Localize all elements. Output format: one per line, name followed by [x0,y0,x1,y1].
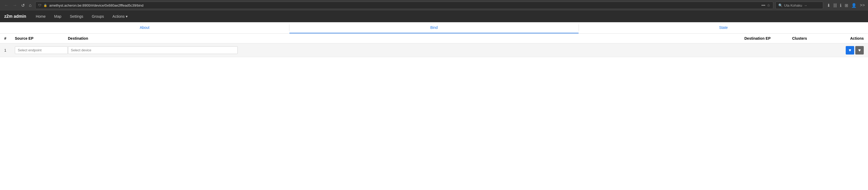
col-source-ep: Source EP [15,36,68,40]
forward-button[interactable]: → [11,2,19,9]
tab-bind[interactable]: Bind [289,22,579,33]
library-icon[interactable]: ||| [833,2,837,8]
link-button[interactable]: ♥ [846,46,854,54]
reload-button[interactable]: ↺ [20,2,26,9]
unlink-button[interactable]: ♥ [855,46,864,54]
unlink-icon: ♥ [858,48,861,53]
browser-chrome: ← → ↺ ⌂ 🛡 🔒 amethyst.acheron.be:8900/#/d… [0,0,868,10]
col-destination-ep: Destination EP [744,36,792,40]
source-ep-input[interactable] [15,46,68,54]
table-row: 1 ♥ ♥ [0,43,868,57]
nav-home[interactable]: Home [34,13,47,20]
dropdown-chevron-icon: ▾ [126,14,128,18]
source-ep-cell [15,46,68,54]
col-actions: Actions [832,36,864,40]
tab-bar: About Bind State [0,22,868,34]
more-tools-icon[interactable]: >> [859,2,865,8]
tab-about[interactable]: About [0,22,289,33]
profile-icon[interactable]: 👤 [851,2,857,8]
app-title: z2m admin [4,14,26,19]
nav-map[interactable]: Map [53,13,63,20]
info-icon[interactable]: ℹ [839,2,842,8]
link-icon: ♥ [849,48,851,53]
browser-toolbar-right: ⬇ ||| ℹ ⊞ 👤 >> [826,2,865,8]
tab-state[interactable]: State [579,22,868,33]
shield-icon: 🛡 [38,3,41,7]
home-button[interactable]: ⌂ [27,2,33,9]
destination-cell [68,46,744,54]
address-bar-actions: ••• ☆ [762,3,770,7]
destination-input[interactable] [68,46,238,54]
table-header: # Source EP Destination Destination EP C… [0,34,868,43]
lock-icon: 🔒 [43,4,47,7]
url-text: amethyst.acheron.be:8900/#/device/0x680a… [49,3,759,7]
table-container: # Source EP Destination Destination EP C… [0,34,868,57]
col-destination: Destination [68,36,744,40]
nav-actions-dropdown[interactable]: Actions ▾ [111,13,129,20]
browser-nav-buttons: ← → ↺ ⌂ [3,2,33,9]
search-text: Uta Kohaku [784,3,802,7]
back-button[interactable]: ← [3,2,10,9]
col-clusters: Clusters [792,36,832,40]
actions-cell: ♥ ♥ [832,46,864,54]
row-number: 1 [4,48,15,52]
extensions-icon[interactable]: ⊞ [844,2,849,8]
search-icon: 🔍 [778,3,782,7]
nav-actions-label: Actions [113,14,125,18]
app-nav: z2m admin Home Map Settings Groups Actio… [0,10,868,22]
search-bar[interactable]: 🔍 Uta Kohaku → [775,2,823,9]
search-forward-icon: → [804,3,807,7]
more-icon[interactable]: ••• [762,3,765,7]
nav-groups[interactable]: Groups [90,13,105,20]
download-icon[interactable]: ⬇ [826,2,831,8]
nav-settings[interactable]: Settings [68,13,85,20]
address-bar[interactable]: 🛡 🔒 amethyst.acheron.be:8900/#/device/0x… [35,2,773,9]
bookmark-icon[interactable]: ☆ [767,3,770,7]
col-num: # [4,36,15,40]
